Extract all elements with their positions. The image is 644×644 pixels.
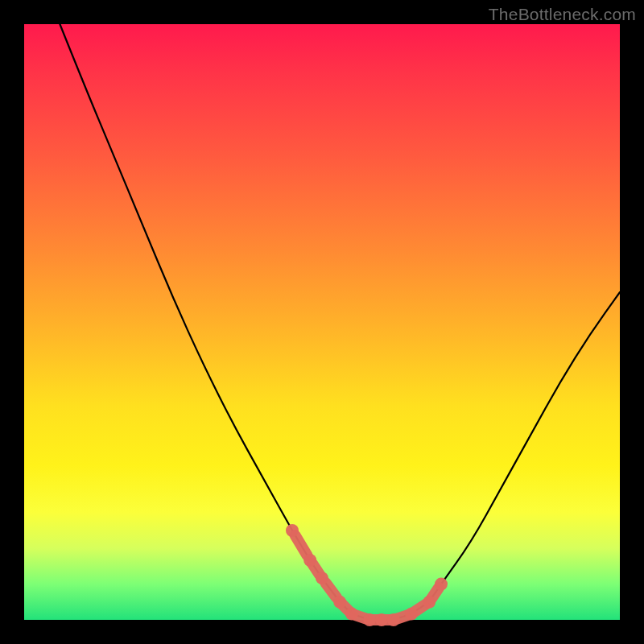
chart-frame: TheBottleneck.com xyxy=(0,0,644,644)
plot-area xyxy=(24,24,620,620)
marker-dot xyxy=(435,578,448,591)
optimal-zone-markers xyxy=(286,524,448,626)
watermark-text: TheBottleneck.com xyxy=(489,5,636,24)
marker-segment xyxy=(325,583,336,597)
marker-segment xyxy=(295,535,308,555)
curve-svg xyxy=(24,24,620,620)
bottleneck-curve xyxy=(60,24,620,620)
